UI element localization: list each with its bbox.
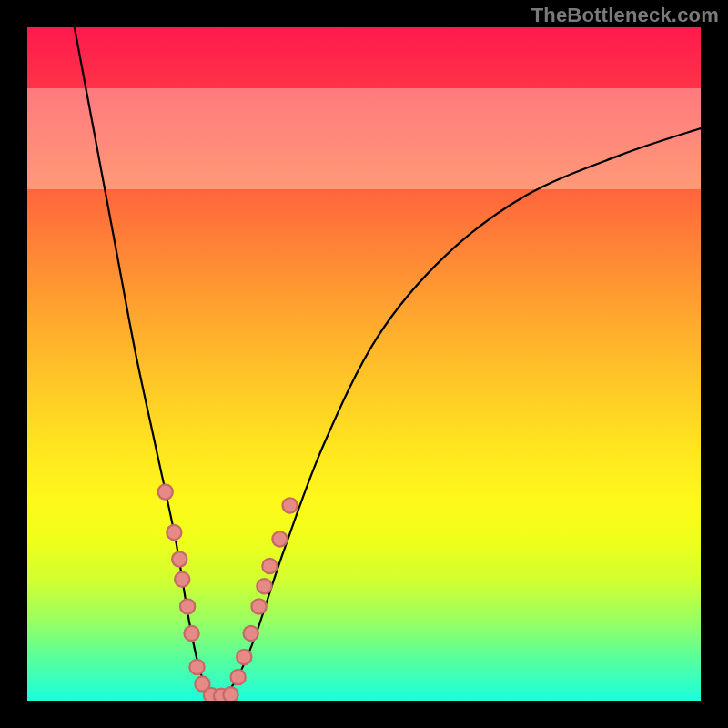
data-point [167,525,181,540]
watermark-label: TheBottleneck.com [531,4,719,27]
data-point [223,687,238,701]
data-point [180,599,195,613]
data-point [184,626,198,641]
data-point [251,599,266,613]
data-point [282,498,297,512]
data-point [237,650,251,664]
data-point [189,660,204,674]
data-point [175,572,189,587]
chart-frame: TheBottleneck.com [0,0,728,728]
data-point [244,626,258,641]
data-point [230,670,245,684]
bottleneck-curve [75,27,701,698]
data-point [158,484,173,499]
data-point [257,579,271,593]
plot-area [27,27,701,701]
data-point [262,559,277,573]
data-point [172,551,187,566]
data-point [272,531,287,546]
curve-svg [27,27,701,701]
